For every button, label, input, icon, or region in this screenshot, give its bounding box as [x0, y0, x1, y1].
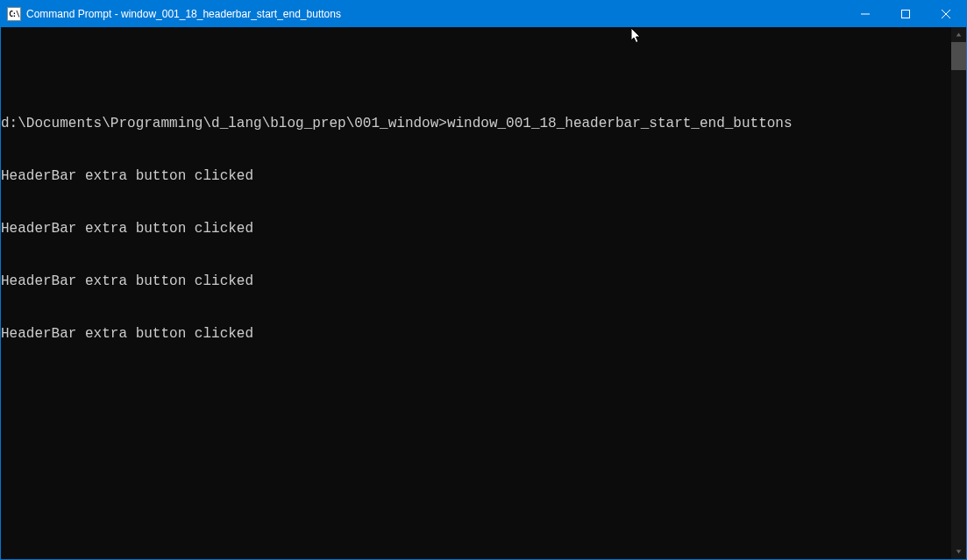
minimize-button[interactable] — [845, 1, 885, 27]
terminal[interactable]: d:\Documents\Programming\d_lang\blog_pre… — [1, 27, 951, 559]
svg-rect-1 — [902, 11, 910, 18]
maximize-button[interactable] — [885, 1, 926, 27]
vertical-scrollbar[interactable] — [951, 27, 966, 559]
close-icon — [942, 10, 950, 18]
window-controls — [845, 1, 966, 27]
scrollbar-down-button[interactable] — [951, 544, 966, 559]
window-title: Command Prompt - window_001_18_headerbar… — [26, 8, 845, 20]
terminal-output-line: HeaderBar extra button clicked — [1, 167, 951, 185]
client-area: d:\Documents\Programming\d_lang\blog_pre… — [1, 27, 966, 559]
scrollbar-thumb[interactable] — [951, 42, 966, 70]
terminal-prompt-line: d:\Documents\Programming\d_lang\blog_pre… — [1, 115, 951, 132]
minimize-icon — [861, 10, 870, 18]
app-icon-label: C:\ — [9, 11, 18, 18]
terminal-output-line: HeaderBar extra button clicked — [1, 325, 951, 343]
titlebar[interactable]: C:\ Command Prompt - window_001_18_heade… — [1, 1, 966, 27]
scrollbar-up-button[interactable] — [951, 27, 966, 42]
terminal-command: window_001_18_headerbar_start_end_button… — [447, 116, 793, 131]
close-button[interactable] — [926, 1, 966, 27]
app-icon: C:\ — [7, 7, 21, 21]
terminal-output-line: HeaderBar extra button clicked — [1, 220, 951, 237]
terminal-blank-line — [1, 62, 951, 80]
scrollbar-track[interactable] — [951, 42, 966, 544]
terminal-prompt: d:\Documents\Programming\d_lang\blog_pre… — [1, 116, 447, 131]
chevron-down-icon — [956, 549, 962, 555]
window: C:\ Command Prompt - window_001_18_heade… — [1, 1, 966, 559]
maximize-icon — [901, 10, 910, 18]
terminal-output-line: HeaderBar extra button clicked — [1, 273, 951, 290]
chevron-up-icon — [956, 32, 962, 38]
